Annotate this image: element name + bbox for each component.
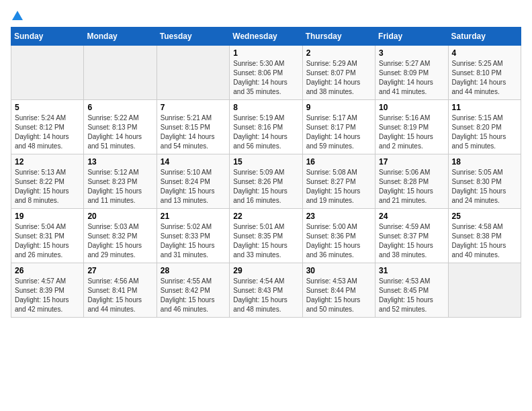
day-detail: Sunrise: 4:59 AM Sunset: 8:37 PM Dayligh… <box>379 222 444 260</box>
day-detail: Sunrise: 5:00 AM Sunset: 8:36 PM Dayligh… <box>306 222 371 260</box>
day-detail: Sunrise: 5:04 AM Sunset: 8:31 PM Dayligh… <box>15 222 80 260</box>
header-saturday: Saturday <box>448 28 521 46</box>
calendar-cell: 25Sunrise: 4:58 AM Sunset: 8:38 PM Dayli… <box>448 209 521 263</box>
calendar-cell: 22Sunrise: 5:01 AM Sunset: 8:35 PM Dayli… <box>230 209 302 263</box>
day-detail: Sunrise: 5:06 AM Sunset: 8:28 PM Dayligh… <box>379 168 444 205</box>
day-detail: Sunrise: 4:57 AM Sunset: 8:39 PM Dayligh… <box>15 277 80 314</box>
day-number: 26 <box>15 266 80 275</box>
day-detail: Sunrise: 5:21 AM Sunset: 8:15 PM Dayligh… <box>161 113 226 151</box>
calendar-cell: 12Sunrise: 5:13 AM Sunset: 8:22 PM Dayli… <box>11 154 84 209</box>
calendar-cell: 24Sunrise: 4:59 AM Sunset: 8:37 PM Dayli… <box>375 209 448 263</box>
header-monday: Monday <box>84 28 157 46</box>
day-number: 17 <box>379 157 444 167</box>
calendar-cell: 9Sunrise: 5:17 AM Sunset: 8:17 PM Daylig… <box>302 100 375 154</box>
day-number: 22 <box>233 212 298 221</box>
day-detail: Sunrise: 5:03 AM Sunset: 8:32 PM Dayligh… <box>87 222 152 260</box>
logo <box>11 11 24 20</box>
calendar-cell: 13Sunrise: 5:12 AM Sunset: 8:23 PM Dayli… <box>84 154 157 209</box>
calendar-cell: 8Sunrise: 5:19 AM Sunset: 8:16 PM Daylig… <box>230 100 302 154</box>
day-number: 29 <box>233 266 298 275</box>
day-detail: Sunrise: 4:58 AM Sunset: 8:38 PM Dayligh… <box>452 222 517 260</box>
day-number: 23 <box>306 212 371 221</box>
calendar-cell: 3Sunrise: 5:27 AM Sunset: 8:09 PM Daylig… <box>375 46 448 100</box>
day-number: 10 <box>379 103 444 112</box>
day-detail: Sunrise: 5:19 AM Sunset: 8:16 PM Dayligh… <box>233 113 298 151</box>
day-detail: Sunrise: 5:16 AM Sunset: 8:19 PM Dayligh… <box>379 113 444 151</box>
header-friday: Friday <box>375 28 448 46</box>
day-number: 14 <box>161 157 226 167</box>
calendar-cell: 2Sunrise: 5:29 AM Sunset: 8:07 PM Daylig… <box>302 46 375 100</box>
calendar-cell: 14Sunrise: 5:10 AM Sunset: 8:24 PM Dayli… <box>157 154 229 209</box>
day-detail: Sunrise: 5:22 AM Sunset: 8:13 PM Dayligh… <box>87 113 152 151</box>
day-detail: Sunrise: 5:09 AM Sunset: 8:26 PM Dayligh… <box>233 168 298 205</box>
day-number: 24 <box>379 212 444 221</box>
day-number: 7 <box>161 103 226 112</box>
calendar-week-4: 19Sunrise: 5:04 AM Sunset: 8:31 PM Dayli… <box>11 209 521 263</box>
day-detail: Sunrise: 5:15 AM Sunset: 8:20 PM Dayligh… <box>452 113 517 151</box>
calendar-cell: 23Sunrise: 5:00 AM Sunset: 8:36 PM Dayli… <box>302 209 375 263</box>
day-detail: Sunrise: 5:08 AM Sunset: 8:27 PM Dayligh… <box>306 168 371 205</box>
day-number: 31 <box>379 266 444 275</box>
calendar-cell: 11Sunrise: 5:15 AM Sunset: 8:20 PM Dayli… <box>448 100 521 154</box>
calendar-week-1: 1Sunrise: 5:30 AM Sunset: 8:06 PM Daylig… <box>11 46 521 100</box>
calendar-cell <box>84 46 157 100</box>
calendar-cell: 1Sunrise: 5:30 AM Sunset: 8:06 PM Daylig… <box>230 46 302 100</box>
day-number: 21 <box>161 212 226 221</box>
day-number: 3 <box>379 48 444 58</box>
day-number: 20 <box>87 212 152 221</box>
calendar-cell: 6Sunrise: 5:22 AM Sunset: 8:13 PM Daylig… <box>84 100 157 154</box>
day-number: 2 <box>306 48 371 58</box>
day-number: 30 <box>306 266 371 275</box>
day-number: 11 <box>452 103 517 112</box>
day-number: 16 <box>306 157 371 167</box>
day-detail: Sunrise: 4:54 AM Sunset: 8:43 PM Dayligh… <box>233 277 298 314</box>
day-detail: Sunrise: 4:53 AM Sunset: 8:44 PM Dayligh… <box>306 277 371 314</box>
calendar-cell: 20Sunrise: 5:03 AM Sunset: 8:32 PM Dayli… <box>84 209 157 263</box>
calendar-cell: 29Sunrise: 4:54 AM Sunset: 8:43 PM Dayli… <box>230 263 302 318</box>
day-detail: Sunrise: 5:05 AM Sunset: 8:30 PM Dayligh… <box>452 168 517 205</box>
calendar-cell: 28Sunrise: 4:55 AM Sunset: 8:42 PM Dayli… <box>157 263 229 318</box>
day-number: 28 <box>161 266 226 275</box>
calendar-cell: 31Sunrise: 4:53 AM Sunset: 8:45 PM Dayli… <box>375 263 448 318</box>
day-detail: Sunrise: 5:01 AM Sunset: 8:35 PM Dayligh… <box>233 222 298 260</box>
day-detail: Sunrise: 5:02 AM Sunset: 8:33 PM Dayligh… <box>161 222 226 260</box>
day-detail: Sunrise: 5:13 AM Sunset: 8:22 PM Dayligh… <box>15 168 80 205</box>
day-detail: Sunrise: 4:53 AM Sunset: 8:45 PM Dayligh… <box>379 277 444 314</box>
day-detail: Sunrise: 5:30 AM Sunset: 8:06 PM Dayligh… <box>233 59 298 97</box>
day-number: 9 <box>306 103 371 112</box>
day-number: 15 <box>233 157 298 167</box>
header-wednesday: Wednesday <box>230 28 302 46</box>
calendar-cell: 27Sunrise: 4:56 AM Sunset: 8:41 PM Dayli… <box>84 263 157 318</box>
calendar-cell: 16Sunrise: 5:08 AM Sunset: 8:27 PM Dayli… <box>302 154 375 209</box>
calendar-week-2: 5Sunrise: 5:24 AM Sunset: 8:12 PM Daylig… <box>11 100 521 154</box>
calendar-cell: 21Sunrise: 5:02 AM Sunset: 8:33 PM Dayli… <box>157 209 229 263</box>
page-header <box>11 11 521 20</box>
calendar-cell: 5Sunrise: 5:24 AM Sunset: 8:12 PM Daylig… <box>11 100 84 154</box>
day-number: 5 <box>15 103 80 112</box>
day-number: 19 <box>15 212 80 221</box>
calendar-cell: 7Sunrise: 5:21 AM Sunset: 8:15 PM Daylig… <box>157 100 229 154</box>
day-detail: Sunrise: 5:29 AM Sunset: 8:07 PM Dayligh… <box>306 59 371 97</box>
day-detail: Sunrise: 5:27 AM Sunset: 8:09 PM Dayligh… <box>379 59 444 97</box>
calendar-cell: 18Sunrise: 5:05 AM Sunset: 8:30 PM Dayli… <box>448 154 521 209</box>
day-number: 4 <box>452 48 517 58</box>
day-detail: Sunrise: 5:24 AM Sunset: 8:12 PM Dayligh… <box>15 113 80 151</box>
day-number: 18 <box>452 157 517 167</box>
day-detail: Sunrise: 4:55 AM Sunset: 8:42 PM Dayligh… <box>161 277 226 314</box>
day-number: 8 <box>233 103 298 112</box>
day-number: 12 <box>15 157 80 167</box>
calendar-cell: 10Sunrise: 5:16 AM Sunset: 8:19 PM Dayli… <box>375 100 448 154</box>
day-number: 6 <box>87 103 152 112</box>
calendar-cell: 30Sunrise: 4:53 AM Sunset: 8:44 PM Dayli… <box>302 263 375 318</box>
calendar-header-row: SundayMondayTuesdayWednesdayThursdayFrid… <box>11 28 521 46</box>
logo-triangle-icon <box>12 11 23 20</box>
calendar-week-3: 12Sunrise: 5:13 AM Sunset: 8:22 PM Dayli… <box>11 154 521 209</box>
day-detail: Sunrise: 5:12 AM Sunset: 8:23 PM Dayligh… <box>87 168 152 205</box>
calendar-cell: 19Sunrise: 5:04 AM Sunset: 8:31 PM Dayli… <box>11 209 84 263</box>
header-tuesday: Tuesday <box>157 28 229 46</box>
calendar-cell: 15Sunrise: 5:09 AM Sunset: 8:26 PM Dayli… <box>230 154 302 209</box>
day-number: 13 <box>87 157 152 167</box>
day-detail: Sunrise: 5:17 AM Sunset: 8:17 PM Dayligh… <box>306 113 371 151</box>
calendar-cell <box>11 46 84 100</box>
day-number: 25 <box>452 212 517 221</box>
